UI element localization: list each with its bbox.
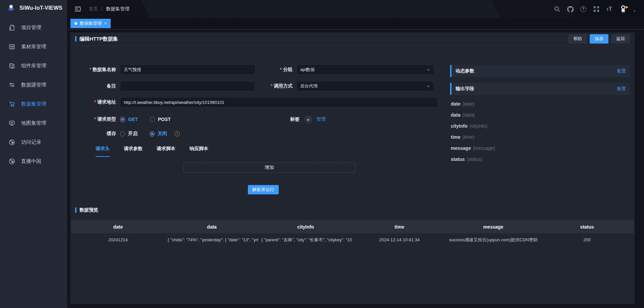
sidebar-item-label: 数据源管理 [21, 82, 46, 88]
remark-input[interactable] [120, 81, 255, 91]
tag-manage-link[interactable]: 管理 [316, 116, 326, 122]
cell-date: 20241214 [71, 237, 165, 242]
editor-panel-header: 编辑HTTP数据集 帮助 保存 返回 [70, 33, 635, 46]
sidebar-item-label: 项目管理 [21, 24, 41, 31]
form-row-3: *请求地址 [70, 97, 438, 107]
radio-get-label[interactable]: GET [128, 117, 138, 122]
font-size-icon[interactable]: TT [606, 6, 612, 12]
cell-status: 200 [540, 237, 634, 242]
tab-request-header[interactable]: 请求头 [96, 146, 110, 157]
field-alias: (cityInfo) [470, 123, 488, 129]
search-icon[interactable] [554, 6, 560, 12]
output-fields-title: 输出字段 [455, 86, 474, 92]
request-url-label: *请求地址 [70, 99, 120, 105]
breadcrumb-separator: / [101, 6, 103, 12]
sidebar-item-mapset[interactable]: 地图集管理 [0, 114, 67, 133]
group-label: *分组 [255, 67, 297, 73]
dynamic-params-header: 动态参数 配置 [450, 65, 630, 77]
save-button[interactable]: 保存 [590, 34, 608, 44]
sidebar-item-live-china[interactable]: 直播中国 [0, 152, 67, 171]
col-header-time: time [353, 224, 446, 230]
app-logo-icon [7, 4, 15, 12]
request-url-input[interactable] [120, 97, 438, 107]
cell-message: success感谢又拍云(upyun.com)提供CDN赞助 [446, 237, 540, 243]
invoke-mode-value: 后台代理 [300, 83, 318, 89]
breadcrumb-home[interactable]: 首页 [89, 6, 98, 12]
dataset-name-label: *数据集名称 [70, 67, 120, 73]
radio-cache-on-label[interactable]: 开启 [128, 131, 138, 137]
tab-request-script[interactable]: 请求脚本 [157, 146, 175, 157]
radio-get[interactable] [120, 117, 125, 122]
help-icon[interactable]: ? [580, 6, 586, 12]
sidebar-item-label: 数据集管理 [21, 101, 46, 107]
list-item: message (message) [451, 142, 630, 153]
tab-close-icon[interactable]: × [104, 21, 107, 26]
avatar[interactable] [619, 4, 629, 14]
radio-post[interactable] [150, 117, 155, 122]
project-file-icon [9, 24, 15, 31]
field-alias: (message) [473, 145, 495, 151]
mode-label: *调用方式 [255, 83, 297, 89]
collapse-menu-icon[interactable] [74, 6, 81, 12]
form-row-5: 缓存 开启 关闭 ! [70, 129, 180, 139]
request-tabs: 请求头 请求参数 请求脚本 响应脚本 [96, 146, 359, 157]
cart-icon [9, 101, 15, 107]
t-small-glyph: T [606, 8, 609, 12]
col-header-data: data [165, 224, 259, 230]
required-mark: * [90, 67, 91, 72]
dynamic-params-config-link[interactable]: 配置 [617, 68, 626, 74]
group-select[interactable]: api数据 [297, 65, 434, 75]
sidebar-item-visit-log[interactable]: 访问记录 [0, 133, 67, 152]
tab-dataset-management[interactable]: 数据集管理 × [70, 19, 111, 28]
sidebar-item-component[interactable]: 组件库管理 [0, 56, 67, 75]
list-item: status (status) [451, 153, 630, 165]
remark-label: 备注 [70, 83, 120, 89]
page-tabstrip: 数据集管理 × [67, 18, 644, 29]
globe-icon [9, 139, 15, 145]
caret-down-icon[interactable]: ▾ [634, 9, 635, 13]
accent-bar [450, 83, 451, 95]
sidebar-item-datasource[interactable]: 数据源管理 [0, 75, 67, 95]
col-header-message: message [446, 224, 540, 230]
radio-cache-on[interactable] [120, 131, 125, 136]
github-icon[interactable] [567, 6, 573, 12]
editor-panel: 编辑HTTP数据集 帮助 保存 返回 *数据集名称 *分组 api数据 备注 *… [70, 33, 635, 304]
tab-response-script[interactable]: 响应脚本 [190, 146, 208, 157]
field-name: cityInfo [451, 123, 468, 129]
sidebar-item-project[interactable]: 项目管理 [0, 18, 67, 37]
parse-run-button[interactable]: 解析并运行 [248, 185, 279, 194]
top-header: 首页 / 数据集管理 ? TT [67, 0, 644, 18]
output-fields-config-link[interactable]: 配置 [617, 86, 626, 92]
add-tag-button[interactable]: + [304, 115, 312, 123]
output-field-list: date (date) data (data) cityInfo (cityIn… [450, 98, 630, 165]
chevron-down-icon [426, 84, 430, 88]
sidebar-item-label: 组件库管理 [21, 63, 46, 69]
dataset-name-input[interactable] [120, 65, 255, 75]
tab-request-params[interactable]: 请求参数 [124, 146, 143, 157]
page-title: 编辑HTTP数据集 [79, 36, 118, 42]
sidebar-item-material[interactable]: 素材库管理 [0, 37, 67, 56]
field-name: status [451, 157, 465, 162]
field-alias: (data) [463, 112, 475, 118]
tag-label: 标签 [290, 116, 300, 122]
table-row: 20241214 { "shidu": "74%", "yesterday": … [71, 233, 634, 246]
sidebar: SiWu-IoT-VIEWS 项目管理 素材库管理 组件库管理 [0, 0, 67, 308]
globe-icon [9, 158, 15, 165]
preview-title: 数据预览 [79, 207, 98, 213]
sliders-icon [9, 82, 15, 88]
cell-time: 2024-12-14 10:41:34 [353, 237, 446, 242]
fullscreen-icon[interactable] [593, 6, 599, 12]
preview-table: date data cityInfo time message status 2… [71, 220, 634, 246]
sidebar-item-label: 素材库管理 [21, 44, 46, 50]
header-actions: 帮助 保存 返回 [568, 34, 630, 44]
field-alias: (status) [467, 157, 482, 162]
help-button[interactable]: 帮助 [568, 34, 587, 44]
sidebar-item-dataset[interactable]: 数据集管理 [0, 95, 67, 114]
radio-cache-off[interactable] [150, 131, 155, 136]
radio-post-label[interactable]: POST [158, 117, 171, 122]
header-icons: ? TT ▾ [554, 4, 635, 14]
invoke-mode-select[interactable]: 后台代理 [297, 81, 434, 91]
add-button[interactable]: 增加 [183, 163, 355, 173]
back-button[interactable]: 返回 [611, 34, 630, 44]
radio-cache-off-label[interactable]: 关闭 [158, 131, 167, 137]
